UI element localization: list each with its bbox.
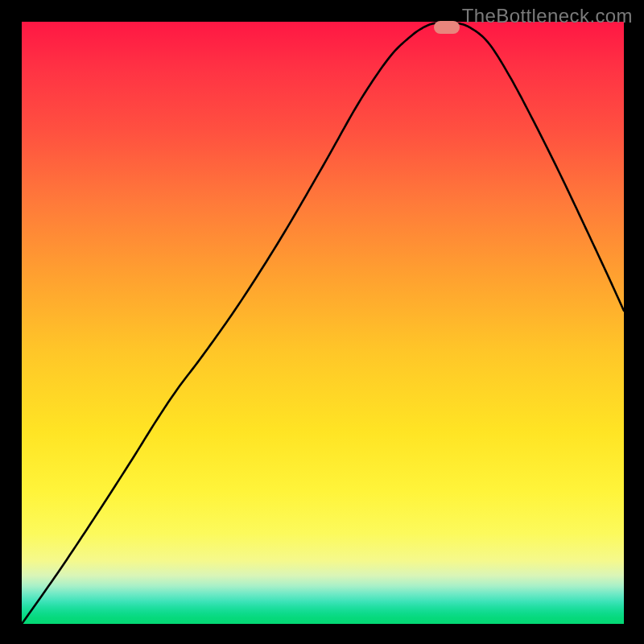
optimum-marker	[434, 21, 460, 34]
plot-area	[22, 22, 624, 624]
curve-path	[22, 23, 624, 624]
bottleneck-curve	[22, 22, 624, 624]
chart-container: TheBottleneck.com	[0, 0, 644, 644]
watermark-label: TheBottleneck.com	[462, 5, 633, 27]
